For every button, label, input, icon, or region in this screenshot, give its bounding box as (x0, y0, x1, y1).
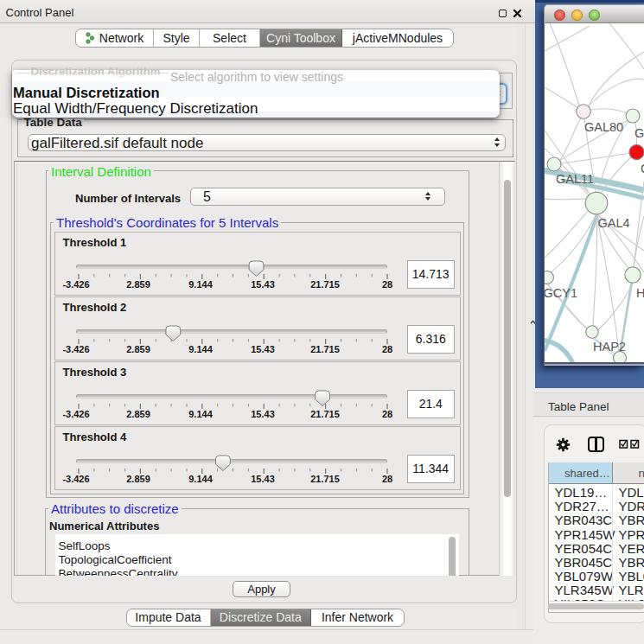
svg-text:GCY1: GCY1 (545, 286, 577, 300)
svg-text:15.43: 15.43 (251, 344, 275, 354)
svg-text:H: H (636, 286, 644, 300)
svg-text:15.43: 15.43 (251, 279, 275, 290)
svg-text:9.144: 9.144 (188, 344, 213, 354)
svg-text:2.859: 2.859 (126, 409, 150, 419)
svg-text:9.144: 9.144 (188, 409, 213, 419)
svg-text:2.859: 2.859 (126, 344, 150, 354)
svg-text:GAL80: GAL80 (584, 120, 623, 134)
svg-text:-3.426: -3.426 (62, 409, 89, 419)
svg-text:28: 28 (382, 474, 392, 484)
svg-text:HAP2: HAP2 (593, 340, 626, 354)
svg-text:2.859: 2.859 (126, 474, 150, 484)
svg-text:15.43: 15.43 (251, 409, 275, 419)
svg-text:-3.426: -3.426 (62, 474, 89, 484)
svg-text:28: 28 (382, 344, 392, 354)
svg-text:28: 28 (382, 409, 392, 419)
svg-text:21.715: 21.715 (310, 279, 340, 290)
svg-text:2.859: 2.859 (126, 279, 150, 290)
svg-text:21.715: 21.715 (310, 474, 340, 484)
svg-text:GAL11: GAL11 (556, 172, 594, 186)
svg-text:9.144: 9.144 (188, 474, 213, 484)
svg-text:9.144: 9.144 (188, 279, 213, 290)
svg-text:GAL4: GAL4 (598, 216, 630, 230)
svg-text:21.715: 21.715 (310, 344, 340, 354)
svg-text:21.715: 21.715 (310, 409, 340, 419)
svg-text:GA: GA (634, 126, 644, 140)
svg-text:15.43: 15.43 (251, 474, 275, 484)
svg-text:-3.426: -3.426 (62, 279, 89, 290)
svg-text:28: 28 (382, 279, 392, 290)
svg-text:-3.426: -3.426 (62, 344, 89, 354)
svg-text:C: C (641, 162, 644, 175)
